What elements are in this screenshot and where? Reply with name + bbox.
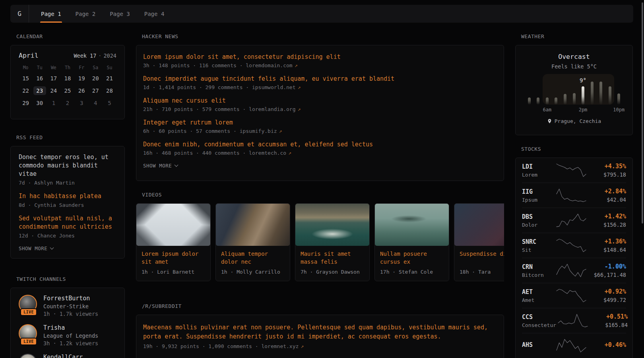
stock-sparkline <box>556 313 590 328</box>
calendar-day: 29 <box>19 99 33 107</box>
calendar-day-next-month: 5 <box>103 99 116 107</box>
weather-time-labels: 6am2pm10pm <box>525 107 623 113</box>
stock-row[interactable]: IIGIpsum +2.84%$42.04 <box>522 183 626 208</box>
tab-page-1[interactable]: Page 1 <box>34 5 68 23</box>
video-card[interactable]: Suspendisse diam 18h · Tara <box>454 203 504 281</box>
stock-row[interactable]: CRNBitcorn -1.00%$66,171.48 <box>522 258 626 283</box>
video-card[interactable]: Mauris sit amet massa felis 7h · Grayson… <box>295 203 370 281</box>
item-domain-link[interactable]: loremnet.xyz <box>261 343 299 349</box>
subreddit-section-title: /R/SUBREDDIT <box>142 303 504 309</box>
calendar-day: 30 <box>33 99 47 107</box>
weather-hourly-chart: 9° 6am2pm10pm <box>525 75 623 113</box>
hackernews-item-meta: 1d · 1,414 points · 299 comments · ipsum… <box>143 84 497 90</box>
time-axis-label: 2pm <box>579 107 588 113</box>
item-domain-link[interactable]: ipsumworld.net <box>252 84 296 90</box>
stock-price: $156.28 <box>588 222 626 228</box>
stock-row[interactable]: SNRCSit +1.36%$148.64 <box>522 233 626 258</box>
weather-feels-like: Feels like 5°C <box>522 63 626 70</box>
hackernews-show-more-button[interactable]: SHOW MORE <box>143 163 497 169</box>
current-temperature-label: 9° <box>580 77 586 84</box>
weather-bar <box>591 82 594 105</box>
video-thumbnail <box>295 204 369 246</box>
external-link-icon: ↗ <box>295 62 298 68</box>
rss-item-title[interactable]: In hac habitasse platea <box>19 192 116 200</box>
weekday-label: Tu <box>33 65 47 70</box>
stock-row[interactable]: DBSDolor +1.42%$156.28 <box>522 208 626 233</box>
stock-id: SNRCSit <box>522 238 555 253</box>
hackernews-item-meta: 6h · 60 points · 57 comments · ipsumify.… <box>143 128 497 134</box>
stock-sparkline <box>555 163 588 178</box>
video-thumbnail <box>454 204 504 246</box>
weekday-label: Sa <box>89 65 103 70</box>
middle-column: HACKER NEWS Lorem ipsum dolor sit amet, … <box>136 33 504 358</box>
video-meta: 7h · Grayson Dawson <box>301 269 364 275</box>
calendar-day: 25 <box>60 86 74 95</box>
video-body: Nullam posuere cursus ex 17h · Stefan Co… <box>375 246 449 279</box>
video-thumbnail <box>216 204 290 246</box>
hackernews-widget: Lorem ipsum dolor sit amet, consectetur … <box>136 45 504 181</box>
avatar <box>19 354 37 358</box>
vertical-scrollbar-thumb[interactable] <box>642 2 643 224</box>
stock-row[interactable]: LDILorem +4.35%$795.18 <box>522 158 626 183</box>
stock-ticker: IIG <box>522 188 555 195</box>
rss-show-more-button[interactable]: SHOW MORE <box>19 245 116 251</box>
calendar-day: 15 <box>19 74 33 83</box>
channel-category: Counter-Strike <box>43 303 98 309</box>
hackernews-item-title[interactable]: Aliquam nec cursus elit <box>143 97 497 105</box>
subreddit-post-title[interactable]: Maecenas mollis pulvinar erat non posuer… <box>143 323 497 341</box>
stock-id: AETAmet <box>522 288 555 303</box>
video-meta: 17h · Stefan Cole <box>380 269 444 275</box>
stock-name: Sit <box>522 247 555 253</box>
stock-ticker: LDI <box>522 163 555 170</box>
item-domain-link[interactable]: ipsumify.biz <box>240 128 277 134</box>
twitch-channel[interactable]: KendallCarr <box>19 354 116 358</box>
weekday-label: Mo <box>19 65 33 70</box>
stock-change: +1.42% <box>588 213 626 220</box>
stock-name: Ipsum <box>522 197 555 203</box>
video-title: Mauris sit amet massa felis <box>301 250 364 266</box>
stock-id: DBSDolor <box>522 213 555 228</box>
tab-page-3[interactable]: Page 3 <box>103 5 137 23</box>
calendar-day-next-month: 4 <box>89 99 103 107</box>
hackernews-item-title[interactable]: Donec enim nibh, condimentum et accumsan… <box>143 140 497 149</box>
item-info: 21h · 710 points · 579 comments · <box>143 106 246 112</box>
item-domain-link[interactable]: loremtech.co <box>249 150 286 156</box>
video-card[interactable]: Aliquam tempor dolor nec pharetra… 1h · … <box>215 203 290 281</box>
hackernews-item-title[interactable]: Integer eget rutrum lorem <box>143 119 497 127</box>
calendar-day-next-month: 2 <box>60 99 74 107</box>
twitch-channel[interactable]: LIVE ForrestBurton Counter-Strike 1h · 1… <box>19 295 116 317</box>
stock-ticker: CCS <box>522 313 556 321</box>
stock-row[interactable]: CCSConsectetur +0.51%$165.84 <box>522 308 626 333</box>
video-card[interactable]: Nullam posuere cursus ex 17h · Stefan Co… <box>374 203 449 281</box>
tab-page-4[interactable]: Page 4 <box>137 5 172 23</box>
hackernews-item-title[interactable]: Lorem ipsum dolor sit amet, consectetur … <box>143 53 497 61</box>
rss-item-title[interactable]: Donec tempor eros leo, ut commodo mauris… <box>19 153 116 178</box>
external-link-icon: ↗ <box>298 106 301 112</box>
rss-item: In hac habitasse platea 8d · Cynthia Sau… <box>19 192 116 208</box>
rss-item-meta: 7d · Ashlyn Martin <box>19 180 116 186</box>
item-info: 19h · 9,932 points · 1,090 comments · <box>143 343 258 349</box>
stock-row[interactable]: AHS +0.46% <box>522 333 626 358</box>
stock-values: +1.36%$148.64 <box>588 238 626 253</box>
video-body: Mauris sit amet massa felis 7h · Grayson… <box>295 246 369 279</box>
calendar-day-selected: 23 <box>33 86 46 95</box>
calendar-day-next-month: 3 <box>75 99 89 107</box>
stock-id: AHS <box>522 341 555 350</box>
right-column: WEATHER Overcast Feels like 5°C 9° 6am2p… <box>515 33 633 358</box>
stock-row[interactable]: AETAmet +0.92%$499.72 <box>522 283 626 308</box>
video-meta: 1h · Lori Barnett <box>142 269 205 275</box>
twitch-channel[interactable]: LIVE Trisha League of Legends 3h · 1.2k … <box>19 324 116 346</box>
rss-item-title[interactable]: Sed volutpat nulla nisl, a condimentum n… <box>19 214 116 231</box>
item-domain-link[interactable]: loremdomain.com <box>246 62 292 68</box>
item-domain-link[interactable]: loremlandia.org <box>249 106 295 112</box>
hackernews-item-title[interactable]: Donec imperdiet augue tincidunt felis al… <box>143 75 497 83</box>
calendar-day: 16 <box>33 74 47 83</box>
channel-info: KendallCarr <box>43 354 83 358</box>
tab-page-2[interactable]: Page 2 <box>68 5 103 23</box>
weekday-label: We <box>47 65 60 70</box>
videos-section-title: VIDEOS <box>142 192 504 198</box>
hackernews-item: Aliquam nec cursus elit 21h · 710 points… <box>143 97 497 112</box>
time-axis-label: 10pm <box>613 107 625 113</box>
video-card[interactable]: Lorem ipsum dolor sit amet consectetu… 1… <box>136 203 211 281</box>
stock-sparkline <box>555 188 588 203</box>
